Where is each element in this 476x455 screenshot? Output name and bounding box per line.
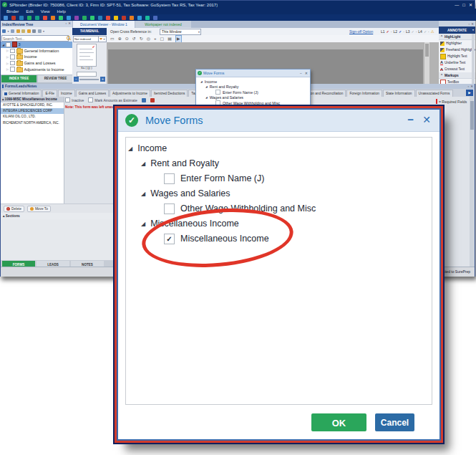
level-1-label[interactable]: L1 bbox=[381, 28, 385, 35]
rectangle-select-icon[interactable]: ▢ bbox=[160, 36, 165, 42]
annotate-header[interactable]: ANNOTATE ▾ bbox=[439, 27, 475, 34]
toolbar-note-icon[interactable] bbox=[74, 16, 79, 20]
annotate-scrollbar[interactable] bbox=[472, 34, 475, 84]
tab-review-tree[interactable]: REVIEW TREE bbox=[38, 75, 73, 82]
not-indexed-dropdown[interactable]: Not indexed bbox=[73, 36, 99, 42]
move-up-icon[interactable] bbox=[27, 29, 31, 33]
toolbar-flag-icon[interactable] bbox=[43, 16, 47, 20]
toolbar-monitor-icon[interactable] bbox=[106, 16, 110, 20]
zoom-in-button[interactable]: + bbox=[100, 77, 105, 82]
collapsed-triangle-icon[interactable]: ▷ bbox=[6, 67, 9, 71]
select-area-icon[interactable]: ▭ bbox=[110, 36, 115, 42]
level-3-label[interactable]: L3 bbox=[406, 28, 410, 35]
tree-leaf-label[interactable]: Enter Form Name (J) bbox=[223, 90, 258, 95]
move-to-button[interactable]: Move To bbox=[27, 206, 51, 212]
toolbar-user-icon[interactable] bbox=[59, 16, 63, 20]
tool-freehand-highlighter[interactable]: Freehand Highlighter bbox=[439, 47, 475, 53]
expanded-triangle-icon[interactable]: ◢ bbox=[128, 145, 132, 152]
tab-e-file[interactable]: E-File bbox=[42, 90, 57, 97]
dialog-close-button[interactable]: ✕ bbox=[422, 110, 431, 130]
tree-item-checkbox[interactable] bbox=[10, 49, 15, 54]
tab-document-viewer[interactable]: Document Viewer - Window 1 bbox=[73, 21, 135, 28]
refresh-icon[interactable]: ◎ bbox=[147, 36, 150, 42]
tab-gains-and-losses[interactable]: Gains and Losses bbox=[76, 90, 109, 97]
tree-node-miscellaneous-income[interactable]: ◢ Miscellaneous Income bbox=[141, 216, 239, 231]
rotate-left-icon[interactable]: ↺ bbox=[132, 36, 136, 42]
form-list-item[interactable]: RICHEMONT NORTH AMERICA, INC. bbox=[1, 120, 64, 126]
expanded-triangle-icon[interactable]: ◢ bbox=[2, 43, 4, 47]
form-action-red-icon[interactable] bbox=[150, 98, 155, 102]
tree-node-label[interactable]: Wages and Salaries bbox=[210, 95, 243, 100]
tab-itemized-deductions[interactable]: Itemized Deductions bbox=[151, 90, 188, 97]
tree-item-general-information[interactable]: ▷ General Information bbox=[1, 48, 72, 54]
expanded-triangle-icon[interactable]: ◢ bbox=[205, 96, 208, 99]
tool-highlight-text[interactable]: Highlight Text bbox=[439, 53, 475, 59]
tree-leaf-other-wage-withholding[interactable]: Other Wage Withholding and Misc bbox=[164, 201, 316, 216]
add-page-icon[interactable] bbox=[21, 29, 25, 33]
collapsed-triangle-icon[interactable]: ▷ bbox=[6, 55, 9, 59]
text-select-icon[interactable]: ▤ bbox=[167, 36, 172, 42]
section-markups[interactable]: ⌃ Markups bbox=[439, 72, 475, 79]
tree-node-label[interactable]: Rent and Royalty bbox=[210, 85, 239, 89]
tab-workpaper-not-indexed[interactable]: Workpaper not indexed bbox=[135, 21, 191, 28]
fit-page-icon[interactable]: ⊙ bbox=[125, 36, 129, 42]
page-thumbnail[interactable]: ✓ bbox=[77, 44, 97, 67]
tab-general-information[interactable]: General Information bbox=[1, 90, 42, 97]
new-folder-icon[interactable] bbox=[16, 29, 20, 33]
sections-header[interactable]: ▴ Sections bbox=[1, 213, 120, 219]
tree-leaf-enter-form-name[interactable]: Enter Form Name (J) bbox=[164, 171, 264, 186]
toolbar-lock-icon[interactable] bbox=[114, 16, 118, 20]
panel-close-icon[interactable]: ✕ bbox=[471, 22, 474, 26]
window-minimize-button[interactable]: — bbox=[455, 3, 459, 7]
toolbar-save-icon[interactable] bbox=[4, 16, 8, 20]
search-icon[interactable] bbox=[67, 36, 71, 40]
menu-view[interactable]: View bbox=[41, 9, 50, 14]
sync-icon[interactable] bbox=[38, 29, 42, 33]
expanded-triangle-icon[interactable]: ◢ bbox=[200, 80, 203, 83]
ok-button[interactable]: OK bbox=[311, 413, 366, 431]
filter-funnel-button[interactable]: ▾ bbox=[98, 36, 107, 42]
thumbnail-button[interactable]: THUMBNAIL bbox=[72, 28, 107, 35]
viewer-vertical-scrollbar[interactable] bbox=[424, 42, 429, 84]
menu-help[interactable]: Help bbox=[57, 9, 66, 14]
tab-foreign-information[interactable]: Foreign Information bbox=[346, 90, 382, 97]
toolbar-globe-icon[interactable] bbox=[137, 16, 142, 20]
form-checkbox[interactable] bbox=[215, 90, 220, 95]
tool-highlighter[interactable]: Highlighter bbox=[439, 40, 475, 47]
signoff-option-link[interactable]: Sign-off Option bbox=[349, 28, 373, 35]
toolbar-binder-icon[interactable] bbox=[11, 16, 16, 20]
form-checkbox[interactable] bbox=[215, 100, 220, 105]
tree-item-gains-and-losses[interactable]: ▷ Gains and Losses bbox=[1, 60, 72, 67]
toolbar-refresh-icon[interactable] bbox=[35, 16, 39, 20]
page-thumbnail-partial[interactable] bbox=[77, 72, 97, 77]
tree-node-rent-and-royalty[interactable]: ◢ Rent and Royalty bbox=[141, 156, 219, 171]
tree-view-caret-icon[interactable]: ▾ bbox=[8, 29, 9, 33]
forms-vertical-scrollbar[interactable] bbox=[470, 97, 475, 267]
tree-node-wages-and-salaries[interactable]: ◢ Wages and Salaries bbox=[141, 186, 230, 201]
expanded-triangle-icon[interactable]: ◢ bbox=[205, 85, 208, 88]
inactive-checkbox-group[interactable]: Inactive bbox=[65, 97, 84, 102]
tab-index-tree[interactable]: INDEX TREE bbox=[1, 75, 37, 82]
tab-adjustments-to-income[interactable]: Adjustments to Income bbox=[110, 90, 150, 97]
expanded-triangle-icon[interactable]: ◢ bbox=[141, 191, 145, 197]
panel-pin-icon[interactable]: ▫ bbox=[468, 85, 470, 88]
cursor-tool-icon[interactable]: ▶ bbox=[175, 35, 182, 43]
toolbar-print-icon[interactable] bbox=[19, 16, 24, 20]
search-input[interactable] bbox=[1, 35, 69, 42]
tree-item-checkbox[interactable] bbox=[10, 54, 15, 59]
zoom-target-icon[interactable]: ⊕ bbox=[118, 36, 122, 42]
tab-state-information[interactable]: State Information bbox=[383, 90, 415, 97]
dialog-titlebar[interactable]: ✓ Move Forms − ✕ bbox=[196, 70, 310, 77]
estimate-checkbox[interactable] bbox=[88, 97, 93, 102]
collapsed-triangle-icon[interactable]: ▷ bbox=[6, 49, 9, 52]
tab-income[interactable]: Income bbox=[58, 90, 75, 97]
rotate-right-icon[interactable]: ↻ bbox=[140, 36, 143, 42]
toolbar-info-icon[interactable] bbox=[153, 16, 157, 20]
zoom-slider-track[interactable] bbox=[79, 79, 99, 80]
tree-root-checkbox[interactable] bbox=[6, 42, 11, 47]
level-4-label[interactable]: L4 bbox=[418, 28, 422, 35]
toolbar-grid-icon[interactable] bbox=[67, 16, 71, 20]
tab-scroll-right-button[interactable]: ▶ bbox=[466, 90, 473, 96]
panel-close-icon[interactable]: ✕ bbox=[68, 21, 71, 25]
tree-leaf-miscellaneous-income[interactable]: ✓ Miscellaneous Income bbox=[164, 231, 269, 246]
